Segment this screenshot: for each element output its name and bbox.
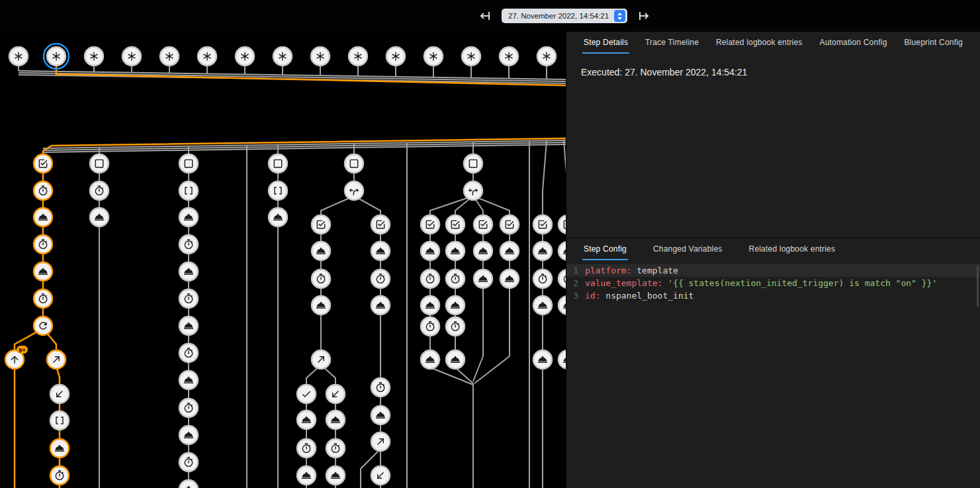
graph-node-asterisk[interactable]	[236, 47, 254, 66]
graph-node-service[interactable]	[421, 350, 439, 369]
graph-node-arrow-bottom-left[interactable]	[371, 466, 390, 485]
graph-node-timer[interactable]	[446, 269, 465, 288]
graph-node-square[interactable]	[90, 154, 109, 173]
graph-node-asterisk[interactable]	[462, 47, 480, 66]
graph-node-service[interactable]	[371, 296, 390, 315]
tab-step-details[interactable]: Step Details	[582, 32, 629, 54]
graph-node-timer[interactable]	[421, 317, 439, 336]
graph-node-service[interactable]	[446, 350, 465, 369]
tab-blueprint-config[interactable]: Blueprint Config	[903, 32, 964, 54]
graph-node-timer[interactable]	[558, 269, 566, 288]
graph-node-checkbox-marked[interactable]	[34, 154, 52, 173]
graph-node-service[interactable]	[533, 296, 552, 315]
tab-related-logbook-entries[interactable]: Related logbook entries	[715, 32, 804, 54]
graph-node-service[interactable]	[421, 242, 439, 260]
graph-node-arrow-bottom-left[interactable]	[326, 385, 345, 403]
config-tab-step-config[interactable]: Step Config	[582, 238, 628, 260]
graph-node-square[interactable]	[269, 154, 287, 173]
graph-node-service[interactable]	[326, 411, 345, 429]
graph-node-checkbox-marked[interactable]	[371, 215, 390, 234]
graph-node-timer[interactable]	[371, 269, 390, 288]
graph-node-service[interactable]	[474, 269, 492, 288]
graph-node-checkbox-marked[interactable]	[474, 215, 492, 234]
previous-run-button[interactable]	[478, 10, 492, 22]
graph-node-service[interactable]	[179, 262, 198, 281]
graph-node-service[interactable]	[34, 262, 52, 281]
graph-node-service[interactable]	[474, 242, 492, 260]
graph-node-asterisk[interactable]	[311, 47, 330, 66]
graph-node-timer[interactable]	[371, 378, 390, 397]
graph-node-asterisk[interactable]	[160, 47, 179, 66]
tab-trace-timeline[interactable]: Trace Timeline	[644, 32, 700, 54]
graph-node-service[interactable]	[312, 296, 330, 315]
graph-node-checkbox-marked[interactable]	[533, 215, 552, 234]
graph-node-service[interactable]	[179, 371, 198, 389]
graph-node-asterisk[interactable]	[198, 47, 216, 66]
graph-node-arrow-decision[interactable]	[345, 181, 363, 200]
graph-node-arrow-up[interactable]: 9+	[5, 346, 28, 369]
graph-node-refresh[interactable]	[34, 317, 52, 335]
code-scrollbar-thumb[interactable]	[977, 266, 979, 307]
config-tab-changed-variables[interactable]: Changed Variables	[652, 238, 724, 260]
graph-node-service[interactable]	[269, 208, 287, 226]
graph-node-timer[interactable]	[179, 289, 198, 308]
graph-node-timer[interactable]	[312, 269, 330, 288]
graph-node-brackets[interactable]	[179, 181, 198, 200]
graph-node-service[interactable]	[179, 426, 198, 444]
graph-node-service[interactable]	[558, 242, 566, 260]
graph-node-checkbox-marked[interactable]	[446, 215, 465, 234]
graph-node-arrow-top-right[interactable]	[312, 350, 330, 369]
graph-node-timer[interactable]	[34, 235, 52, 254]
run-selector[interactable]: 27. November 2022, 14:54:21	[502, 9, 627, 23]
graph-node-brackets[interactable]	[269, 181, 287, 200]
graph-node-service[interactable]	[179, 317, 198, 335]
graph-node-timer[interactable]	[446, 317, 465, 336]
graph-node-timer[interactable]	[326, 439, 345, 458]
graph-node-asterisk[interactable]	[9, 47, 28, 66]
graph-node-timer[interactable]	[179, 399, 198, 417]
graph-node-timer[interactable]	[34, 289, 52, 308]
next-run-button[interactable]	[637, 10, 651, 22]
graph-node-asterisk[interactable]	[500, 47, 518, 66]
graph-node-checkbox-marked[interactable]	[312, 215, 330, 234]
graph-node-service[interactable]	[371, 242, 390, 260]
graph-node-asterisk[interactable]	[349, 47, 367, 66]
graph-node-check[interactable]	[297, 385, 316, 403]
graph-node-service[interactable]	[312, 242, 330, 260]
graph-node-timer[interactable]	[179, 344, 198, 362]
graph-node-service[interactable]	[446, 242, 465, 260]
graph-node-service[interactable]	[179, 208, 198, 226]
graph-node-asterisk[interactable]	[122, 47, 141, 66]
graph-node-square[interactable]	[345, 154, 363, 173]
graph-node-asterisk[interactable]	[386, 47, 405, 66]
graph-node-asterisk[interactable]	[85, 47, 103, 66]
graph-node-timer[interactable]	[50, 466, 69, 485]
graph-node-square[interactable]	[179, 154, 198, 173]
graph-node-timer[interactable]	[90, 181, 109, 200]
tab-automation-config[interactable]: Automation Config	[818, 32, 888, 54]
graph-node-arrow-top-right[interactable]	[47, 350, 66, 369]
graph-node-arrow-top-right[interactable]	[371, 432, 390, 451]
graph-node-service[interactable]	[533, 350, 552, 369]
graph-node-arrow-decision[interactable]	[464, 181, 482, 200]
graph-node-service[interactable]	[297, 411, 316, 429]
graph-node-checkbox-marked[interactable]	[421, 215, 439, 234]
graph-node-service[interactable]	[558, 350, 566, 369]
graph-node-timer[interactable]	[179, 235, 198, 254]
graph-node-asterisk[interactable]	[44, 44, 69, 69]
graph-node-service[interactable]	[446, 296, 465, 315]
graph-node-service[interactable]	[371, 406, 390, 424]
graph-node-service[interactable]	[326, 466, 345, 485]
graph-node-checkbox-marked[interactable]	[500, 215, 519, 234]
graph-node-timer[interactable]	[34, 181, 52, 200]
graph-node-service[interactable]	[34, 208, 52, 226]
graph-node-timer[interactable]	[179, 453, 198, 471]
graph-node-timer[interactable]	[533, 269, 552, 288]
graph-node-service[interactable]	[297, 466, 316, 485]
graph-node-timer[interactable]	[297, 439, 316, 458]
graph-node-service[interactable]	[179, 480, 198, 488]
graph-node-service[interactable]	[421, 296, 439, 315]
graph-node-service[interactable]	[500, 269, 519, 288]
graph-node-brackets[interactable]	[50, 411, 69, 430]
graph-node-service[interactable]	[558, 296, 566, 315]
